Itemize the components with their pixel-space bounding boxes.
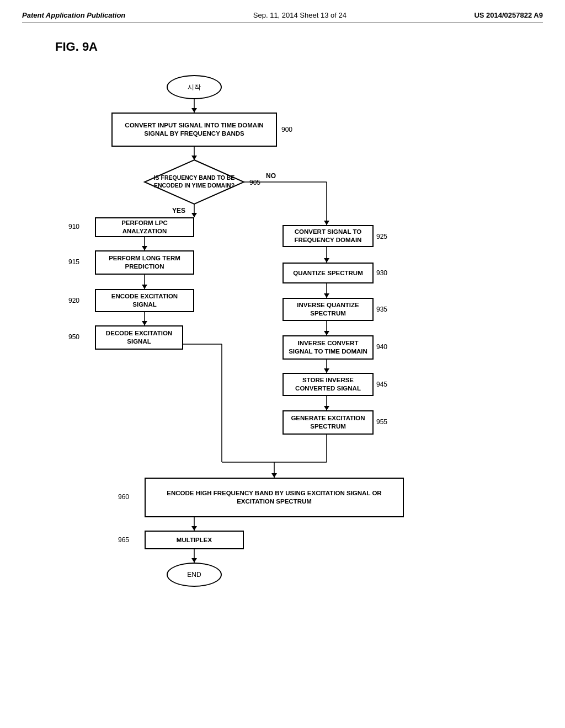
step-940-box: INVERSE CONVERT SIGNAL TO TIME DOMAIN	[282, 335, 374, 360]
end-oval: END	[167, 563, 222, 587]
svg-marker-32	[271, 473, 277, 478]
svg-marker-16	[142, 321, 147, 325]
start-oval: 시작	[167, 75, 222, 99]
step-950-box: DECODE EXCITATION SIGNAL	[95, 325, 183, 350]
label-940: 940	[376, 343, 387, 351]
header-patent-number: US 2014/0257822 A9	[474, 11, 543, 19]
svg-text:NO: NO	[266, 172, 276, 180]
step-915-box: PERFORM LONG TERM PREDICTION	[95, 250, 194, 275]
step-925-box: CONVERT SIGNAL TO FREQUENCY DOMAIN	[282, 225, 374, 247]
label-950: 950	[68, 333, 79, 341]
step-920-box: ENCODE EXCITATION SIGNAL	[95, 289, 194, 312]
step-955-box: GENERATE EXCITATION SPECTRUM	[282, 410, 374, 435]
svg-marker-18	[324, 258, 329, 263]
svg-marker-20	[324, 293, 329, 298]
page: Patent Application Publication Sep. 11, …	[0, 0, 565, 728]
label-915: 915	[68, 258, 79, 266]
svg-marker-9	[324, 221, 329, 225]
svg-marker-26	[324, 406, 329, 410]
step-935-box: INVERSE QUANTIZE SPECTRUM	[282, 298, 374, 321]
svg-text:YES: YES	[172, 207, 185, 215]
label-930: 930	[376, 269, 387, 277]
svg-marker-3	[191, 156, 197, 160]
svg-marker-14	[142, 285, 147, 289]
step-960-box: ENCODE HIGH FREQUENCY BAND BY USING EXCI…	[145, 478, 404, 517]
step-905-text: IS FREQUENCY BAND TO BE ENCODED IN YIME …	[145, 160, 244, 204]
svg-marker-12	[142, 246, 147, 250]
label-955: 955	[376, 418, 387, 426]
label-910: 910	[68, 223, 79, 231]
svg-marker-34	[191, 526, 197, 531]
label-945: 945	[376, 381, 387, 388]
header-date-sheet: Sep. 11, 2014 Sheet 13 of 24	[253, 11, 347, 19]
step-900-box: CONVERT INPUT SIGNAL INTO TIME DOMAIN SI…	[111, 113, 277, 147]
label-925: 925	[376, 233, 387, 240]
header: Patent Application Publication Sep. 11, …	[22, 11, 543, 23]
label-935: 935	[376, 306, 387, 313]
label-920: 920	[68, 297, 79, 304]
step-930-box: QUANTIZE SPECTRUM	[282, 263, 374, 283]
step-965-box: MULTIPLEX	[145, 531, 244, 549]
flowchart: YES NO	[34, 65, 531, 683]
svg-marker-22	[324, 331, 329, 335]
figure-label: FIG. 9A	[55, 40, 543, 54]
svg-marker-1	[191, 108, 197, 113]
header-publication: Patent Application Publication	[22, 11, 125, 19]
step-910-box: PERFORM LPC ANALYZATION	[95, 217, 194, 237]
label-900: 900	[281, 126, 292, 133]
svg-marker-5	[191, 213, 197, 217]
svg-marker-36	[191, 558, 197, 563]
step-945-box: STORE INVERSE CONVERTED SIGNAL	[282, 373, 374, 396]
label-965: 965	[118, 536, 129, 544]
step-905-diamond: IS FREQUENCY BAND TO BE ENCODED IN YIME …	[145, 160, 244, 204]
svg-marker-24	[324, 368, 329, 373]
label-960: 960	[118, 493, 129, 501]
label-905: 905	[249, 179, 260, 186]
